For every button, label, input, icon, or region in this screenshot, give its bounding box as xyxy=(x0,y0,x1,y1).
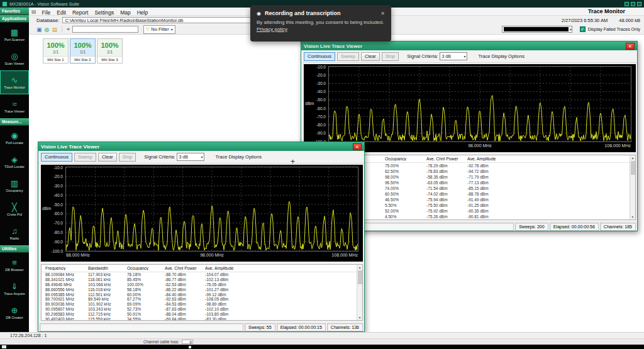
sidebar-item-poa-locate[interactable]: ◉PoA Locate xyxy=(0,126,29,150)
scroll-up-icon[interactable]: ▲ xyxy=(631,155,635,160)
sidebar-item-db-creator[interactable]: ⊕DB Creator xyxy=(0,301,29,324)
save-icon[interactable]: ▣ xyxy=(36,26,42,33)
column-header-occupancy[interactable]: Occupancy xyxy=(385,157,426,161)
column-header-ave-chnl-power[interactable]: Ave. Chnl Power xyxy=(426,157,467,161)
search-input[interactable] xyxy=(72,26,138,33)
x-tick-label: 108.000 MHz xyxy=(319,253,358,257)
scrollbar-thumb[interactable] xyxy=(358,270,362,284)
sidebar-item-db-browser[interactable]: ≡DB Browser xyxy=(0,253,29,277)
table-row[interactable]: 89.903036 MHz101.902 kHz69.09%-84.53 dBm… xyxy=(42,302,362,307)
sidebar-item-scan-viewer[interactable]: ◎Scan Viewer xyxy=(0,47,29,70)
trace-color-dropdown[interactable]: ▾ xyxy=(502,26,572,33)
start-icon[interactable] xyxy=(2,345,6,348)
table-row[interactable]: 89.700921 MHz89.549 kHz67.27%-92.63 dBm-… xyxy=(42,297,362,302)
menu-settings[interactable]: Settings xyxy=(91,9,117,16)
database-path-field[interactable]: C:\Anritsu Local Files\MH-Radios\BaseSta… xyxy=(62,17,251,23)
table-row[interactable]: 88.49646 MHz103.068 kHz100.00%-62.53 dBm… xyxy=(42,282,362,287)
trace-display-options-label[interactable]: Trace Display Options xyxy=(478,53,525,59)
menu-help[interactable]: Help xyxy=(134,9,151,16)
sidebar-item-radio[interactable]: ♫Radio xyxy=(0,221,29,245)
y-tick-label: -40.0 xyxy=(304,89,326,94)
menu-file[interactable]: File xyxy=(39,9,54,16)
sidebar-section-utilities[interactable]: Utilities xyxy=(0,245,29,253)
sidebar-item-occupancy[interactable]: ▥Occupancy xyxy=(0,174,29,197)
display-failed-label[interactable]: Display Failed Traces Only xyxy=(588,27,640,31)
table-row[interactable]: 89.095385 MHz112.501 kHz60.00%-84.40 dBm… xyxy=(42,292,362,297)
table-row[interactable]: 90.296583 MHz112.715 kHz50.91%-88.04 dBm… xyxy=(42,311,362,316)
site-tile-mh-site-3[interactable]: 100%1/1MH Site 3 xyxy=(97,38,123,64)
signal-criteria-select[interactable]: 3 dB▾ xyxy=(440,52,467,60)
sidebar-section-measure[interactable]: Measure... xyxy=(0,118,29,126)
scroll-up-icon[interactable]: ▲ xyxy=(358,265,362,270)
table-row[interactable]: 88.660556 MHz116.018 kHz58.18%-86.22 dBm… xyxy=(42,287,362,292)
sidebar-item-port-scanner[interactable]: ▦Port Scanner xyxy=(0,23,29,47)
minimize-icon[interactable] xyxy=(625,2,629,6)
folder-icon[interactable]: ▤ xyxy=(52,26,57,33)
signal-criteria-select[interactable]: 3 dB▾ xyxy=(177,153,204,161)
sidebar-item-trace-monitor[interactable]: ∿Trace Monitor xyxy=(0,70,29,94)
connection-ip: 172.26.204.128 : 1 xyxy=(10,333,47,338)
viewer-status-bar: Sweeps: 55Elapsed: 00.00:00:15Channels: … xyxy=(40,323,363,331)
column-header-frequency[interactable]: Frequency xyxy=(45,266,88,270)
sidebar-item-cross-pol[interactable]: ╳Cross Pol xyxy=(0,197,29,221)
table-row[interactable]: 88.109084 MHz117.903 kHz78.18%-88.70 dBm… xyxy=(42,272,362,277)
close-icon[interactable]: ✕ xyxy=(626,43,635,50)
toolbar-separator xyxy=(62,26,62,33)
viewer-titlebar[interactable]: Vision Live Trace Viewer✕ xyxy=(301,42,637,50)
mouse-cursor: + xyxy=(291,157,295,166)
trace-viewer-window-front[interactable]: Vision Live Trace Viewer✕ContinuousSweep… xyxy=(38,141,365,332)
table-row[interactable]: 88.341021 MHz118.061 kHz85.45%-86.77 dBm… xyxy=(42,277,362,282)
site-tile-mh-site-2[interactable]: 100%1/1MH Site 2 xyxy=(70,38,96,64)
sweep-button[interactable]: Sweep xyxy=(74,153,96,162)
scroll-down-icon[interactable]: ▼ xyxy=(358,315,362,320)
web-icon[interactable]: ◍ xyxy=(45,26,50,33)
display-failed-checkbox[interactable]: ✓ xyxy=(580,26,586,32)
privacy-policy-link[interactable]: Privacy policy xyxy=(257,26,287,32)
scrollbar-thumb[interactable] xyxy=(631,161,635,175)
close-icon[interactable]: ✕ xyxy=(380,11,385,16)
find-icon[interactable]: ⌖ xyxy=(67,26,70,33)
continuous-button[interactable]: Continuous xyxy=(304,52,335,61)
viewer-titlebar[interactable]: Vision Live Trace Viewer✕ xyxy=(38,142,364,151)
column-header-ave-amplitude[interactable]: Ave. Amplitude xyxy=(205,266,249,270)
clear-button[interactable]: Clear xyxy=(361,52,380,61)
menu-map[interactable]: Map xyxy=(117,9,134,16)
sidebar-item-trace-acquire[interactable]: ⇓Trace Acquire xyxy=(0,277,29,301)
cable-loss-field[interactable]: 0 xyxy=(182,340,193,344)
toast-text: By attending this meeting, you consent t… xyxy=(257,19,384,25)
sidebar-item-trace-viewer[interactable]: ≈Trace Viewer xyxy=(0,94,29,118)
sidebar-item-tdoa-locate[interactable]: ◈TDoA Locate xyxy=(0,150,29,174)
sweep-button[interactable]: Sweep xyxy=(337,52,359,61)
sidebar-section-applications[interactable]: Applications xyxy=(0,15,29,23)
menu-report[interactable]: Report xyxy=(69,9,92,16)
sidebar-section-favorites[interactable]: Favorites xyxy=(0,8,29,15)
taskbar-icon[interactable] xyxy=(189,346,191,348)
column-header-ave-chnl-power[interactable]: Ave. Chnl Power xyxy=(165,266,205,270)
column-header-occupancy[interactable]: Occupancy xyxy=(127,266,165,270)
signal-criteria-label: Signal Criteria: xyxy=(144,154,175,160)
clear-button[interactable]: Clear xyxy=(98,153,117,162)
table-scrollbar[interactable]: ▲▼ xyxy=(630,155,635,219)
spectrum-plot[interactable] xyxy=(66,167,358,251)
scroll-down-icon[interactable]: ▼ xyxy=(631,214,635,219)
site-tile-mh-site-1[interactable]: 100%1/1MH Site 1 xyxy=(43,38,69,64)
continuous-button[interactable]: Continuous xyxy=(41,153,72,162)
y-tick-label: -100.0 xyxy=(41,249,63,253)
table-row[interactable]: 90.482403 MHz115.559 kHz34.55%-69.84 dBm… xyxy=(42,316,362,321)
column-header-bandwidth[interactable]: Bandwidth xyxy=(88,266,127,270)
close-window-icon[interactable] xyxy=(637,2,641,6)
taskbar[interactable] xyxy=(0,345,644,349)
cross-pol-icon: ╳ xyxy=(12,202,17,212)
stop-button[interactable]: Stop xyxy=(119,153,136,162)
trace-display-options-label[interactable]: Trace Display Options xyxy=(215,154,262,160)
maximize-icon[interactable] xyxy=(631,2,635,6)
spectrum-plot[interactable] xyxy=(329,67,631,141)
menu-edit[interactable]: Edit xyxy=(53,9,69,16)
chevron-down-icon: ▾ xyxy=(201,155,203,159)
stop-button[interactable]: Stop xyxy=(382,52,399,61)
column-header-ave-amplitude[interactable]: Ave. Amplitude xyxy=(467,157,513,161)
filter-dropdown[interactable]: ▽ No Filter ▾ xyxy=(143,25,175,34)
table-scrollbar[interactable]: ▲▼ xyxy=(357,265,362,320)
close-icon[interactable]: ✕ xyxy=(353,143,362,150)
table-row[interactable]: 90.095807 MHz103.243 kHz52.73%-87.63 dBm… xyxy=(42,307,362,312)
